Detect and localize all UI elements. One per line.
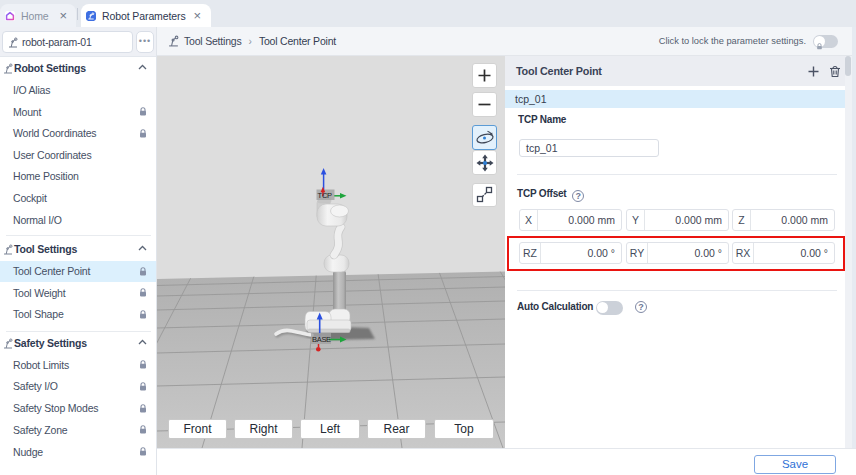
svg-text:BASE: BASE bbox=[312, 335, 331, 344]
svg-text:TCP: TCP bbox=[318, 191, 333, 200]
